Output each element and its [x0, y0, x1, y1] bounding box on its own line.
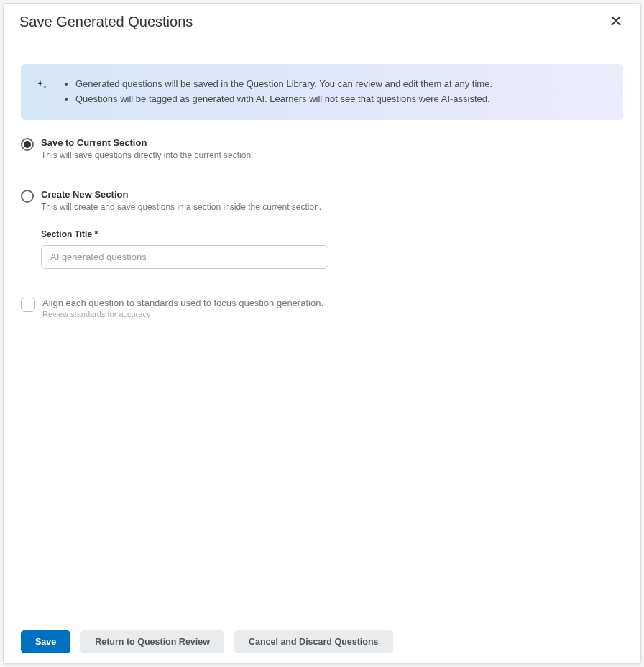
section-title-label: Section Title *	[41, 229, 623, 239]
modal-header: Save Generated Questions	[4, 4, 640, 42]
save-current-radio[interactable]	[21, 138, 34, 151]
save-questions-modal: Save Generated Questions	[3, 3, 641, 664]
cancel-button[interactable]: Cancel and Discard Questions	[234, 630, 393, 653]
save-current-option: Save to Current Section This will save q…	[21, 137, 623, 160]
save-current-desc: This will save questions directly into t…	[41, 150, 623, 160]
section-title-group: Section Title *	[41, 229, 623, 269]
ai-info-banner: Generated questions will be saved in the…	[21, 64, 623, 120]
align-standards-label: Align each question to standards used to…	[42, 298, 623, 308]
create-new-desc: This will create and save questions in a…	[41, 202, 623, 212]
close-button[interactable]	[607, 12, 625, 32]
return-button[interactable]: Return to Question Review	[80, 630, 224, 653]
section-title-input[interactable]	[41, 245, 328, 269]
close-icon	[610, 15, 622, 29]
align-standards-content: Align each question to standards used to…	[42, 298, 623, 318]
save-current-label: Save to Current Section	[41, 137, 623, 148]
sparkle-icon	[35, 78, 48, 94]
save-button[interactable]: Save	[21, 630, 70, 653]
align-standards-row: Align each question to standards used to…	[21, 298, 623, 318]
create-new-radio[interactable]	[21, 190, 34, 203]
modal-footer: Save Return to Question Review Cancel an…	[4, 620, 640, 663]
info-list: Generated questions will be saved in the…	[63, 77, 492, 107]
align-standards-desc: Review standards for accuracy	[42, 310, 623, 318]
modal-overlay: Save Generated Questions	[0, 0, 644, 667]
create-new-content: Create New Section This will create and …	[41, 189, 623, 212]
align-standards-checkbox[interactable]	[21, 298, 35, 312]
modal-body: Generated questions will be saved in the…	[4, 42, 640, 620]
info-item: Generated questions will be saved in the…	[75, 77, 492, 92]
create-new-option: Create New Section This will create and …	[21, 189, 623, 269]
modal-title: Save Generated Questions	[19, 14, 193, 30]
info-item: Questions will be tagged as generated wi…	[75, 92, 492, 107]
create-new-label: Create New Section	[41, 189, 623, 200]
save-current-content: Save to Current Section This will save q…	[41, 137, 623, 160]
